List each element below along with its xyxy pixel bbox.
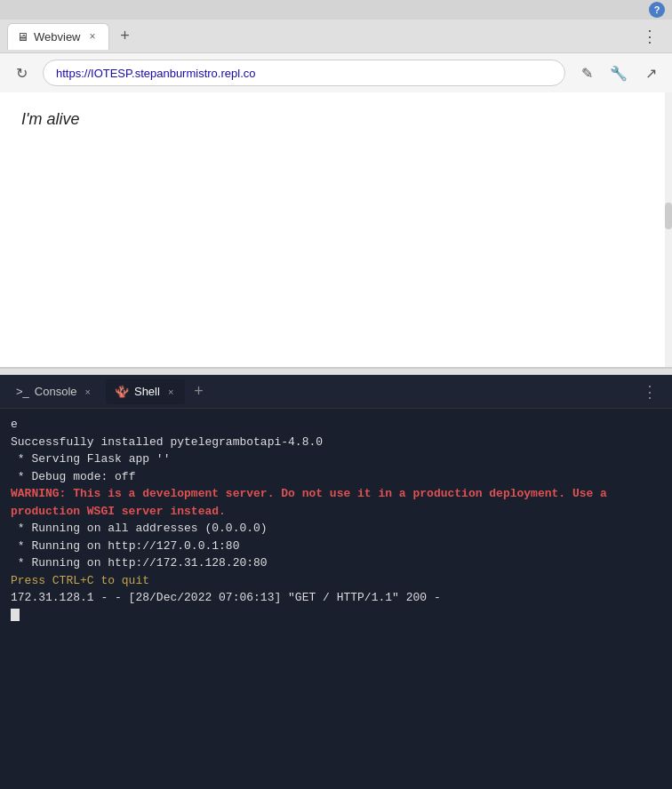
address-bar-icons: ✎ 🔧 ↗: [574, 60, 663, 85]
terminal-line: * Running on http://127.0.0.1:80: [11, 538, 661, 555]
console-tab[interactable]: >_ Console ×: [7, 379, 102, 404]
terminal-line: * Running on all addresses (0.0.0.0): [11, 520, 661, 538]
console-tab-close-button[interactable]: ×: [83, 386, 93, 398]
url-input[interactable]: [43, 60, 565, 86]
terminal-cursor-line: [11, 607, 661, 625]
reload-button[interactable]: ↻: [9, 60, 34, 85]
terminal-line: 172.31.128.1 - - [28/Dec/2022 07:06:13] …: [11, 589, 661, 607]
console-panel: >_ Console × 🪸 Shell × + ⋮ e Successfull…: [0, 375, 672, 789]
terminal-line: * Running on http://172.31.128.20:80: [11, 554, 661, 572]
webview-tab[interactable]: 🖥 Webview ×: [7, 23, 109, 50]
top-bar: ?: [0, 0, 672, 20]
terminal-line: Successfully installed pytelegrambotapi-…: [11, 434, 661, 451]
help-button[interactable]: ?: [649, 2, 665, 18]
open-external-icon[interactable]: ↗: [638, 60, 663, 85]
webview-scrollbar-thumb[interactable]: [665, 203, 672, 229]
terminal-output[interactable]: e Successfully installed pytelegrambotap…: [0, 409, 672, 789]
terminal-line: * Debug mode: off: [11, 468, 661, 486]
terminal-line: e: [11, 416, 661, 434]
monitor-icon: 🖥: [17, 30, 28, 44]
shell-tab[interactable]: 🪸 Shell ×: [106, 379, 185, 404]
console-tab-bar: >_ Console × 🪸 Shell × + ⋮: [0, 375, 672, 409]
terminal-cursor: [11, 609, 20, 621]
terminal-line: Press CTRL+C to quit: [11, 572, 661, 590]
new-console-tab-button[interactable]: +: [188, 380, 209, 402]
terminal-line: WARNING: This is a development server. D…: [11, 485, 661, 520]
page-content-text: I'm alive: [21, 110, 79, 128]
terminal-line: * Serving Flask app '': [11, 450, 661, 468]
settings-icon[interactable]: 🔧: [606, 60, 631, 85]
tab-menu-button[interactable]: ⋮: [635, 23, 665, 50]
browser-tab-bar: 🖥 Webview × + ⋮: [0, 20, 672, 53]
shell-tab-label: Shell: [134, 385, 160, 398]
edit-icon[interactable]: ✎: [574, 60, 599, 85]
shell-tab-close-button[interactable]: ×: [165, 386, 176, 398]
console-tab-label: Console: [35, 385, 77, 398]
tab-close-button[interactable]: ×: [86, 28, 100, 44]
tab-label: Webview: [34, 30, 81, 44]
resize-divider[interactable]: [0, 368, 672, 375]
console-tab-icon: >_: [16, 385, 29, 398]
new-tab-button[interactable]: +: [113, 24, 138, 49]
console-tab-menu-button[interactable]: ⋮: [635, 379, 665, 405]
webview-content: I'm alive: [0, 92, 672, 368]
webview-scrollbar[interactable]: [665, 92, 672, 367]
address-bar: ↻ ✎ 🔧 ↗: [0, 53, 672, 92]
shell-tab-icon: 🪸: [115, 385, 129, 398]
